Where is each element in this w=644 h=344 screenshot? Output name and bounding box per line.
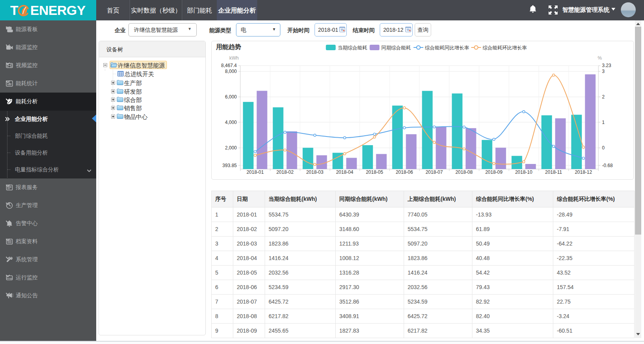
- svg-text:同期综合能耗: 同期综合能耗: [381, 45, 411, 51]
- svg-text:2018-09: 2018-09: [485, 169, 503, 175]
- svg-text:8,000: 8,000: [225, 69, 237, 74]
- svg-text:4,000: 4,000: [225, 120, 237, 125]
- svg-text:2018-04: 2018-04: [336, 169, 353, 175]
- svg-text:kWh: kWh: [229, 55, 239, 61]
- svg-text:3: 3: [602, 69, 605, 74]
- svg-text:2018-08: 2018-08: [456, 169, 473, 175]
- svg-text:0: 0: [602, 145, 605, 151]
- svg-text:%: %: [598, 55, 602, 61]
- svg-text:综合能耗同比增长率: 综合能耗同比增长率: [425, 45, 469, 51]
- svg-text:2018-07: 2018-07: [426, 169, 443, 175]
- svg-text:2018-05: 2018-05: [366, 169, 383, 175]
- svg-text:2018-01: 2018-01: [247, 169, 264, 175]
- svg-text:2018-02: 2018-02: [276, 169, 294, 175]
- svg-text:3.23: 3.23: [602, 63, 611, 68]
- svg-text:6,000: 6,000: [225, 94, 237, 100]
- svg-text:-0.68: -0.68: [602, 163, 613, 168]
- svg-text:2018-03: 2018-03: [306, 169, 324, 175]
- svg-text:1: 1: [602, 120, 605, 125]
- svg-text:2018-12: 2018-12: [575, 169, 592, 175]
- svg-text:当期综合能耗: 当期综合能耗: [338, 45, 368, 51]
- svg-text:8,467.4: 8,467.4: [221, 63, 237, 68]
- svg-text:393.85: 393.85: [222, 163, 237, 168]
- svg-text:综合能耗环比增长率: 综合能耗环比增长率: [483, 45, 527, 51]
- svg-text:2,000: 2,000: [225, 145, 237, 151]
- svg-text:T: T: [10, 3, 18, 18]
- svg-text:2018-06: 2018-06: [396, 169, 413, 175]
- svg-text:2: 2: [602, 94, 605, 100]
- svg-text:用能趋势: 用能趋势: [216, 44, 241, 50]
- svg-text:ENERGY: ENERGY: [30, 3, 86, 18]
- svg-text:2018-10: 2018-10: [515, 169, 532, 175]
- svg-text:2018-11: 2018-11: [545, 169, 562, 175]
